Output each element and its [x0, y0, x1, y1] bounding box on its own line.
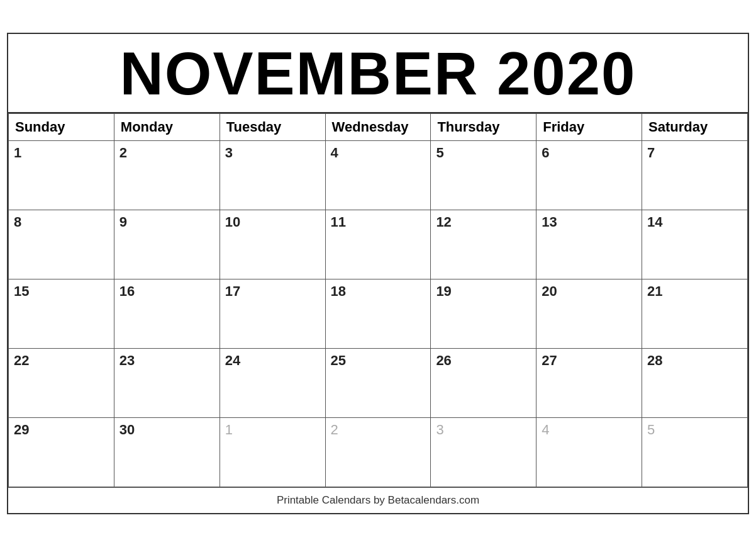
calendar-day-cell: 6 — [536, 140, 642, 210]
calendar-day-cell: 2 — [325, 417, 431, 487]
calendar-day-cell: 26 — [431, 348, 536, 417]
calendar-day-cell: 14 — [642, 210, 748, 279]
calendar-day-cell: 1 — [220, 417, 325, 487]
calendar-day-cell: 4 — [325, 140, 431, 210]
calendar-week-row: 22232425262728 — [9, 348, 748, 417]
calendar-footer: Printable Calendars by Betacalendars.com — [8, 487, 748, 513]
calendar-day-cell: 11 — [325, 210, 431, 279]
calendar-day-cell: 16 — [114, 279, 220, 348]
weekday-header-row: SundayMondayTuesdayWednesdayThursdayFrid… — [9, 113, 748, 140]
calendar-container: NOVEMBER 2020 SundayMondayTuesdayWednesd… — [7, 33, 749, 514]
calendar-week-row: 15161718192021 — [9, 279, 748, 348]
calendar-day-cell: 13 — [536, 210, 642, 279]
calendar-day-cell: 4 — [536, 417, 642, 487]
weekday-header-thursday: Thursday — [431, 113, 536, 140]
calendar-day-cell: 21 — [642, 279, 748, 348]
calendar-week-row: 891011121314 — [9, 210, 748, 279]
calendar-day-cell: 28 — [642, 348, 748, 417]
weekday-header-friday: Friday — [536, 113, 642, 140]
calendar-day-cell: 12 — [431, 210, 536, 279]
calendar-day-cell: 17 — [220, 279, 325, 348]
calendar-week-row: 1234567 — [9, 140, 748, 210]
calendar-day-cell: 10 — [220, 210, 325, 279]
calendar-day-cell: 24 — [220, 348, 325, 417]
calendar-day-cell: 20 — [536, 279, 642, 348]
calendar-day-cell: 22 — [9, 348, 114, 417]
calendar-day-cell: 5 — [642, 417, 748, 487]
calendar-day-cell: 2 — [114, 140, 220, 210]
calendar-title: NOVEMBER 2020 — [8, 34, 748, 113]
calendar-day-cell: 18 — [325, 279, 431, 348]
calendar-day-cell: 1 — [9, 140, 114, 210]
calendar-day-cell: 7 — [642, 140, 748, 210]
calendar-day-cell: 8 — [9, 210, 114, 279]
calendar-week-row: 293012345 — [9, 417, 748, 487]
weekday-header-wednesday: Wednesday — [325, 113, 431, 140]
calendar-day-cell: 23 — [114, 348, 220, 417]
calendar-day-cell: 5 — [431, 140, 536, 210]
weekday-header-saturday: Saturday — [642, 113, 748, 140]
calendar-day-cell: 29 — [9, 417, 114, 487]
calendar-day-cell: 3 — [431, 417, 536, 487]
weekday-header-monday: Monday — [114, 113, 220, 140]
calendar-day-cell: 19 — [431, 279, 536, 348]
calendar-grid: SundayMondayTuesdayWednesdayThursdayFrid… — [8, 113, 748, 487]
calendar-day-cell: 15 — [9, 279, 114, 348]
weekday-header-tuesday: Tuesday — [220, 113, 325, 140]
calendar-day-cell: 27 — [536, 348, 642, 417]
calendar-day-cell: 9 — [114, 210, 220, 279]
calendar-day-cell: 30 — [114, 417, 220, 487]
calendar-day-cell: 3 — [220, 140, 325, 210]
calendar-day-cell: 25 — [325, 348, 431, 417]
weekday-header-sunday: Sunday — [9, 113, 114, 140]
